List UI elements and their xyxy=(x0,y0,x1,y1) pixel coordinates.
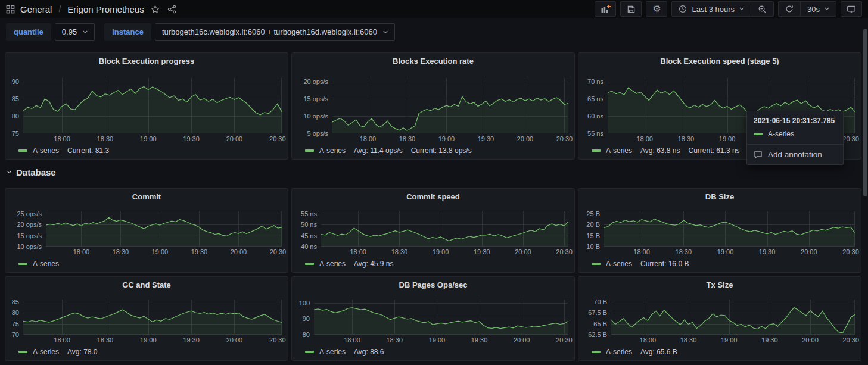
x-tick-label: 18:00 xyxy=(350,248,366,255)
legend-series-name[interactable]: A-series xyxy=(319,146,346,155)
plot-area[interactable] xyxy=(604,211,855,247)
x-tick-label: 18:30 xyxy=(97,336,114,344)
template-variables-bar: quantile 0.95 instance turbogeth16c.webl… xyxy=(0,18,868,46)
panel-title[interactable]: Commit speed xyxy=(292,189,574,204)
panel-commit-speed: Commit speed 55 ns50 ns45 ns40 ns 18:001… xyxy=(291,188,575,273)
panel-legend: A-series Avg: 11.4 ops/sCurrent: 13.8 op… xyxy=(292,143,574,157)
zoom-out-time-button[interactable] xyxy=(751,2,773,16)
variable-value-quantile[interactable]: 0.95 xyxy=(55,23,95,41)
x-tick-label: 18:30 xyxy=(399,135,416,142)
y-tick-label: 20 ops/s xyxy=(303,78,328,85)
star-dashboard-button[interactable] xyxy=(150,4,161,15)
panel-legend: A-series Current: 81.3 xyxy=(5,143,288,157)
x-tick-label: 20:30 xyxy=(556,248,573,255)
y-tick-label: 40 ns xyxy=(301,243,317,250)
legend-series-name[interactable]: A-series xyxy=(606,348,632,356)
x-axis-labels: 18:0018:3019:0019:3020:0020:30 xyxy=(321,247,568,257)
series-color-swatch xyxy=(592,263,601,265)
plot-area[interactable] xyxy=(611,300,855,335)
x-tick-label: 18:00 xyxy=(640,336,657,344)
add-panel-button[interactable] xyxy=(595,1,616,17)
plot-area[interactable] xyxy=(321,211,568,247)
panel-blocks-execution-rate: Blocks Execution rate 20 ops/s15 ops/s10… xyxy=(291,52,575,160)
plot-area[interactable] xyxy=(46,211,282,247)
x-tick-label: 20:00 xyxy=(514,336,530,344)
refresh-dashboard-button[interactable] xyxy=(779,2,800,16)
apps-grid-icon[interactable] xyxy=(6,5,15,14)
panel-row-top: Block Execution progress 90858075 18:001… xyxy=(5,52,861,160)
panel-commit: Commit 25 ops/s20 ops/s15 ops/s10 ops/s … xyxy=(5,188,288,273)
y-tick-label: 85 xyxy=(12,95,19,102)
y-tick-label: 25 B xyxy=(586,210,600,217)
x-tick-label: 19:00 xyxy=(433,248,449,255)
panel-title[interactable]: Blocks Execution rate xyxy=(292,53,574,68)
legend-series-name[interactable]: A-series xyxy=(319,260,346,268)
x-tick-label: 20:00 xyxy=(226,135,243,142)
y-axis-labels: 70 B67.5 B65 B62.5 B xyxy=(583,300,611,335)
x-tick-label: 19:00 xyxy=(719,135,736,142)
add-annotation-label: Add annotation xyxy=(768,150,822,159)
legend-series-name[interactable]: A-series xyxy=(33,348,59,356)
variable-value-instance[interactable]: turbogeth16c.weblogix.it:6060 + turboget… xyxy=(155,23,395,41)
panel-legend: A-series Avg: 88.6 xyxy=(292,345,574,358)
kiosk-mode-button[interactable] xyxy=(841,1,862,17)
save-icon xyxy=(627,5,636,14)
x-tick-label: 20:00 xyxy=(515,248,531,255)
x-tick-label: 19:00 xyxy=(140,336,157,344)
series-color-swatch xyxy=(592,351,601,353)
x-tick-label: 20:00 xyxy=(802,336,819,344)
variable-instance: instance turbogeth16c.weblogix.it:6060 +… xyxy=(104,23,395,41)
plot-area[interactable] xyxy=(23,78,282,133)
legend-series-name[interactable]: A-series xyxy=(33,146,59,155)
panel-title[interactable]: Tx Size xyxy=(578,277,861,292)
y-tick-label: 80 xyxy=(12,309,19,316)
page-scrollbar xyxy=(863,0,868,365)
plot-area[interactable] xyxy=(314,300,568,335)
legend-series-name[interactable]: A-series xyxy=(319,348,346,356)
row-header-database[interactable]: Database xyxy=(5,163,861,181)
context-menu-header: 2021-06-15 20:31:37.785 A-series xyxy=(747,111,843,144)
comment-bubble-icon xyxy=(754,151,763,159)
panel-title[interactable]: DB Pages Ops/sec xyxy=(292,277,574,292)
legend-series-name[interactable]: A-series xyxy=(606,260,632,268)
variable-value-text: turbogeth16c.weblogix.it:6060 + turboget… xyxy=(162,27,377,36)
dashboard-settings-button[interactable]: ⚙ xyxy=(646,1,667,17)
y-tick-label: 10 B xyxy=(586,243,600,250)
legend-series-name[interactable]: A-series xyxy=(606,146,632,155)
x-axis-labels: 18:0018:3019:0019:3020:0020:30 xyxy=(611,335,855,345)
y-tick-label: 85 xyxy=(12,298,19,305)
y-tick-label: 62.5 B xyxy=(588,331,607,338)
scrollbar-thumb[interactable] xyxy=(863,29,867,196)
breadcrumb-dashboard-title[interactable]: Erigon Prometheus xyxy=(67,4,144,14)
save-dashboard-button[interactable] xyxy=(620,1,642,17)
x-tick-label: 20:00 xyxy=(517,135,534,142)
star-icon xyxy=(151,5,160,14)
panel-legend: A-series Avg: 45.9 ns xyxy=(292,257,574,270)
panel-title[interactable]: DB Size xyxy=(578,189,861,204)
y-tick-label: 55 ns xyxy=(587,130,603,137)
panel-title[interactable]: Block Execution progress xyxy=(5,53,288,68)
x-tick-label: 20:30 xyxy=(842,135,859,142)
y-axis-labels: 20 ops/s15 ops/s10 ops/s5 ops/s xyxy=(297,78,332,133)
add-annotation-menu-item[interactable]: Add annotation xyxy=(747,144,843,164)
breadcrumb-section[interactable]: General xyxy=(20,4,52,14)
refresh-icon xyxy=(785,5,794,13)
time-series-chart xyxy=(23,78,282,133)
share-dashboard-button[interactable] xyxy=(166,4,178,15)
y-tick-label: 75 xyxy=(12,320,19,327)
refresh-interval-picker[interactable]: 30s xyxy=(800,2,836,16)
panel-title[interactable]: GC and State xyxy=(5,277,288,292)
row-header-label: Database xyxy=(16,167,56,177)
x-axis-labels: 18:0018:3019:0019:3020:0020:30 xyxy=(314,335,568,345)
panel-title[interactable]: Block Execution speed (stage 5) xyxy=(578,53,861,68)
y-tick-label: 15 ops/s xyxy=(303,95,328,102)
x-tick-label: 19:30 xyxy=(474,248,490,255)
legend-series-name[interactable]: A-series xyxy=(33,260,59,268)
time-range-picker[interactable]: Last 3 hours xyxy=(672,2,751,16)
y-tick-label: 55 ns xyxy=(301,210,317,217)
plot-area[interactable] xyxy=(23,300,282,335)
plot-area[interactable] xyxy=(332,78,568,133)
legend-stat: Avg: 88.6 xyxy=(354,348,384,356)
panel-title[interactable]: Commit xyxy=(5,189,288,204)
x-tick-label: 18:00 xyxy=(360,135,377,142)
